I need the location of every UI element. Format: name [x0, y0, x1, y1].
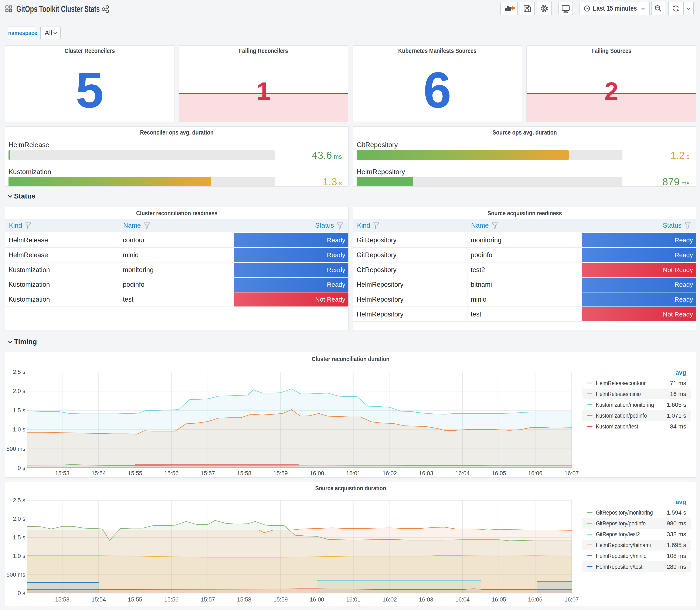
svg-text:15:53: 15:53 — [55, 470, 69, 477]
svg-text:15:56: 15:56 — [164, 596, 179, 603]
svg-text:0 s: 0 s — [18, 590, 25, 596]
svg-text:15:55: 15:55 — [128, 470, 142, 477]
svg-text:15:55: 15:55 — [128, 596, 142, 603]
svg-text:15:54: 15:54 — [92, 596, 106, 603]
svg-text:15:54: 15:54 — [92, 470, 106, 477]
svg-text:2.0 s: 2.0 s — [13, 516, 25, 522]
svg-text:16:06: 16:06 — [528, 470, 542, 477]
svg-text:16:07: 16:07 — [565, 596, 579, 603]
svg-text:1.0 s: 1.0 s — [13, 427, 25, 433]
svg-text:2.5 s: 2.5 s — [13, 369, 25, 375]
svg-text:16:03: 16:03 — [419, 470, 433, 477]
svg-text:15:57: 15:57 — [200, 470, 215, 477]
svg-text:2.0 s: 2.0 s — [13, 388, 25, 394]
svg-text:15:58: 15:58 — [237, 470, 251, 477]
svg-text:1.5 s: 1.5 s — [13, 534, 25, 541]
svg-text:16:00: 16:00 — [310, 470, 324, 477]
svg-text:15:57: 15:57 — [200, 596, 215, 603]
svg-text:15:59: 15:59 — [273, 596, 288, 603]
svg-text:16:06: 16:06 — [528, 596, 542, 603]
svg-text:16:02: 16:02 — [382, 470, 397, 477]
svg-text:500 ms: 500 ms — [6, 446, 25, 452]
svg-text:16:05: 16:05 — [492, 470, 506, 477]
svg-text:16:04: 16:04 — [455, 470, 470, 477]
svg-text:15:59: 15:59 — [273, 470, 288, 477]
svg-text:16:01: 16:01 — [346, 596, 361, 603]
svg-text:15:56: 15:56 — [164, 470, 179, 477]
svg-text:2.5 s: 2.5 s — [13, 497, 25, 503]
svg-text:16:03: 16:03 — [419, 596, 433, 603]
svg-text:16:00: 16:00 — [310, 596, 324, 603]
svg-text:16:05: 16:05 — [492, 596, 506, 603]
svg-text:1.5 s: 1.5 s — [13, 407, 25, 414]
svg-text:15:53: 15:53 — [55, 596, 69, 603]
svg-text:1.0 s: 1.0 s — [13, 553, 25, 559]
svg-text:16:01: 16:01 — [346, 470, 361, 477]
svg-text:16:07: 16:07 — [565, 470, 579, 477]
svg-text:16:04: 16:04 — [455, 596, 470, 603]
svg-text:16:02: 16:02 — [382, 596, 397, 603]
svg-text:0 s: 0 s — [18, 465, 25, 471]
svg-text:500 ms: 500 ms — [6, 572, 25, 578]
svg-text:15:58: 15:58 — [237, 596, 251, 603]
